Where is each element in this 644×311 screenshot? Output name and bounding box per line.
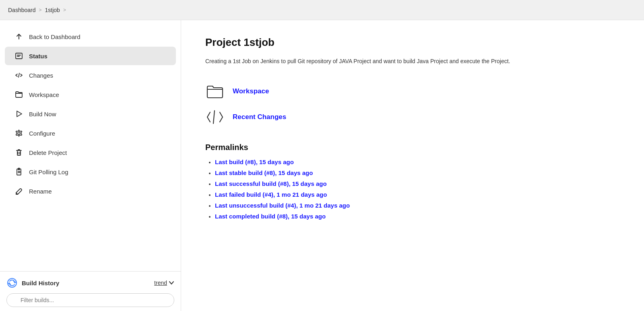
sidebar-item-build-now[interactable]: Build Now xyxy=(5,105,176,123)
svg-marker-6 xyxy=(17,111,22,117)
sidebar-item-git-polling-log[interactable]: Git Polling Log xyxy=(5,163,176,181)
svg-rect-1 xyxy=(16,53,22,59)
permalink-link[interactable]: Last successful build (#8), 15 days ago xyxy=(215,180,327,187)
project-title: Project 1stjob xyxy=(205,36,620,49)
breadcrumb-dashboard[interactable]: Dashboard xyxy=(8,7,36,13)
configure-label: Configure xyxy=(29,130,55,137)
changes-label: Changes xyxy=(29,72,53,79)
sidebar-item-back[interactable]: Back to Dashboard xyxy=(5,27,176,46)
build-history-section: Build History trend ⚲ xyxy=(0,271,181,311)
permalinks-list: Last build (#8), 15 days ago Last stable… xyxy=(205,159,620,220)
permalink-link[interactable]: Last unsuccessful build (#4), 1 mo 21 da… xyxy=(215,202,350,209)
main-links: Workspace Recent Changes xyxy=(205,82,620,127)
sidebar-item-rename[interactable]: Rename xyxy=(5,182,176,200)
permalink-link[interactable]: Last failed build (#4), 1 mo 21 days ago xyxy=(215,191,327,198)
sidebar-item-workspace[interactable]: Workspace xyxy=(5,85,176,104)
gear-icon xyxy=(14,129,23,138)
list-item: Last completed build (#8), 15 days ago xyxy=(215,213,620,220)
code-icon xyxy=(14,71,23,80)
sidebar: Back to Dashboard Status xyxy=(0,20,181,311)
git-polling-log-label: Git Polling Log xyxy=(29,169,68,175)
permalink-link[interactable]: Last completed build (#8), 15 days ago xyxy=(215,213,326,220)
delete-project-label: Delete Project xyxy=(29,149,67,156)
back-icon xyxy=(14,32,23,41)
recent-changes-link-text[interactable]: Recent Changes xyxy=(233,113,286,121)
filter-builds-wrapper: ⚲ xyxy=(6,293,174,307)
main-layout: Back to Dashboard Status xyxy=(0,20,644,311)
trend-button[interactable]: trend xyxy=(154,280,174,286)
svg-line-4 xyxy=(19,73,19,77)
clipboard-icon xyxy=(14,167,23,176)
sidebar-item-changes[interactable]: Changes xyxy=(5,66,176,84)
svg-line-18 xyxy=(213,111,215,124)
permalinks-section: Permalinks Last build (#8), 15 days ago … xyxy=(205,143,620,220)
filter-builds-input[interactable] xyxy=(6,293,174,307)
workspace-link-text[interactable]: Workspace xyxy=(233,87,269,95)
sidebar-item-configure[interactable]: Configure xyxy=(5,124,176,142)
workspace-label: Workspace xyxy=(29,91,59,98)
folder-icon xyxy=(14,90,23,99)
breadcrumb-sep-2: > xyxy=(63,7,66,13)
workspace-link-icon xyxy=(205,82,225,101)
trend-label: trend xyxy=(154,280,167,286)
build-history-header: Build History trend xyxy=(6,277,174,288)
list-item: Last build (#8), 15 days ago xyxy=(215,159,620,165)
breadcrumb-1stjob[interactable]: 1stjob xyxy=(45,7,60,13)
svg-point-7 xyxy=(18,132,20,134)
permalinks-title: Permalinks xyxy=(205,143,620,152)
trash-icon xyxy=(14,148,23,157)
build-history-title: Build History xyxy=(22,280,150,286)
list-item: Last stable build (#8), 15 days ago xyxy=(215,169,620,176)
pencil-icon xyxy=(14,187,23,196)
list-item: Last failed build (#4), 1 mo 21 days ago xyxy=(215,191,620,198)
permalink-link[interactable]: Last build (#8), 15 days ago xyxy=(215,159,294,165)
rename-label: Rename xyxy=(29,188,52,195)
build-history-icon xyxy=(6,277,18,288)
recent-changes-link-item[interactable]: Recent Changes xyxy=(205,107,620,127)
main-content: Project 1stjob Creating a 1st Job on Jen… xyxy=(181,20,644,311)
back-label: Back to Dashboard xyxy=(29,33,80,40)
status-icon xyxy=(14,51,23,60)
list-item: Last unsuccessful build (#4), 1 mo 21 da… xyxy=(215,202,620,209)
breadcrumb: Dashboard > 1stjob > xyxy=(0,0,644,20)
permalink-link[interactable]: Last stable build (#8), 15 days ago xyxy=(215,169,313,176)
sidebar-item-status[interactable]: Status xyxy=(5,47,176,65)
recent-changes-link-icon xyxy=(205,107,225,127)
breadcrumb-sep-1: > xyxy=(39,7,42,13)
project-description: Creating a 1st Job on Jenkins to pull Gi… xyxy=(205,57,620,66)
status-label: Status xyxy=(29,53,47,60)
sidebar-nav: Back to Dashboard Status xyxy=(0,20,181,271)
list-item: Last successful build (#8), 15 days ago xyxy=(215,180,620,187)
build-now-label: Build Now xyxy=(29,111,56,117)
sidebar-item-delete-project[interactable]: Delete Project xyxy=(5,143,176,162)
workspace-link-item[interactable]: Workspace xyxy=(205,82,620,101)
play-icon xyxy=(14,109,23,118)
